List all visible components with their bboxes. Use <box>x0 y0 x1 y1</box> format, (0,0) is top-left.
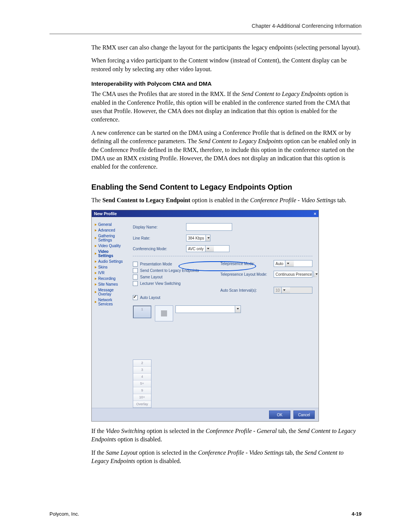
nav-label: General <box>98 222 112 227</box>
t: option is selected in the <box>145 428 206 434</box>
nav-item-video-settings[interactable]: Video Settings <box>95 249 124 259</box>
para-intro-2: When forcing a video participant to the … <box>49 56 362 73</box>
t: The <box>91 197 102 203</box>
t: option is selected in the <box>137 449 198 456</box>
t: The CMA uses the Profiles that are store… <box>91 91 242 97</box>
t: Send Content to Legacy Endpoint <box>102 197 190 203</box>
checkbox-icon <box>133 295 138 300</box>
chk-label: Presentation Mode <box>140 262 172 266</box>
chevron-right-icon <box>95 237 97 239</box>
layout-list-bottom: 2 3 4 5+ 9 10+ Overlay <box>133 359 151 408</box>
nav-item-site-names[interactable]: Site Names <box>95 281 124 287</box>
nav-item-gathering[interactable]: Gathering Settings <box>95 233 124 243</box>
chk-auto-layout[interactable]: Auto Layout <box>133 295 209 300</box>
nav-item-audio-settings[interactable]: Audio Settings <box>95 259 124 264</box>
chevron-down-icon <box>206 235 210 241</box>
select-telepresence-mode[interactable]: Auto <box>274 260 312 267</box>
left-col: Presentation Mode Send Content to Legacy… <box>133 260 209 302</box>
page: Chapter 4-Additional Conferencing Inform… <box>0 0 411 532</box>
cancel-button[interactable]: Cancel <box>293 411 315 419</box>
layout-btn-9[interactable]: 9 <box>133 387 151 394</box>
row-line-rate: Line Rate: 384 Kbps <box>133 235 312 241</box>
chevron-right-icon <box>95 252 97 255</box>
dialog-titlebar[interactable]: New Profile × <box>92 210 319 217</box>
dialog-form: Display Name: Line Rate: 384 Kbps Confer… <box>127 217 319 408</box>
checkbox-icon <box>133 275 138 280</box>
nav-item-video-quality[interactable]: Video Quality <box>95 243 124 249</box>
page-footer: Polycom, Inc. 4-19 <box>49 511 362 517</box>
nav-label: Gathering Settings <box>98 234 124 242</box>
chk-presentation-mode[interactable]: Presentation Mode <box>133 262 209 267</box>
row-telepresence-mode: Telepresence Mode: Auto <box>220 260 312 267</box>
layout-btn-3[interactable]: 3 <box>133 367 151 374</box>
para-intro-1: The RMX user can also change the layout … <box>49 43 362 52</box>
nav-item-recording[interactable]: Recording <box>95 276 124 281</box>
checkbox-icon <box>133 262 138 267</box>
row-telepresence-layout-mode: Telepresence Layout Mode: Continuous Pre… <box>220 271 312 278</box>
dialog-close-button[interactable]: × <box>314 210 316 217</box>
layout-btn-2[interactable]: 2 <box>133 360 151 367</box>
new-profile-dialog: New Profile × General Advanced Gathering… <box>91 210 319 422</box>
input-display-name[interactable] <box>186 223 232 231</box>
chevron-down-icon <box>205 246 214 252</box>
layout-btn-5plus[interactable]: 5+ <box>133 380 151 387</box>
layout-preview-select[interactable] <box>175 305 241 313</box>
nav-item-skins[interactable]: Skins <box>95 264 124 270</box>
nav-label: Video Settings <box>98 249 124 258</box>
nav-label: Video Quality <box>98 244 121 248</box>
select-value: 384 Kbps <box>186 236 206 240</box>
label-conf-mode: Conferencing Mode: <box>133 247 186 251</box>
layout-btn-1[interactable]: 1 <box>133 306 151 318</box>
nav-item-ivr[interactable]: IVR <box>95 270 124 276</box>
nav-item-advanced[interactable]: Advanced <box>95 227 124 233</box>
dialog-nav: General Advanced Gathering Settings Vide… <box>92 217 127 408</box>
t: tab. <box>336 197 346 203</box>
row-conf-mode: Conferencing Mode: AVC only <box>133 245 312 252</box>
t: tab, the <box>277 428 298 434</box>
nav-label: Message Overlay <box>98 288 124 296</box>
interop-p2: A new conference can be started on the D… <box>49 129 362 171</box>
nav-item-message-overlay[interactable]: Message Overlay <box>95 287 124 297</box>
nav-item-network-services[interactable]: Network Services <box>95 297 124 307</box>
select-value: 10 <box>274 288 281 292</box>
t: Same Layout <box>106 449 137 456</box>
layout-btn-10plus[interactable]: 10+ <box>133 394 151 401</box>
chk-send-content-legacy[interactable]: Send Content to Legacy Endpoints <box>133 268 209 273</box>
two-col: Presentation Mode Send Content to Legacy… <box>133 260 312 302</box>
chk-label: Same Layout <box>140 275 162 279</box>
select-telepresence-layout-mode[interactable]: Continuous Presence <box>274 271 312 278</box>
interop-heading: Interoperability with Polycom CMA and DM… <box>91 80 362 87</box>
layout-preview-square[interactable] <box>155 305 173 321</box>
enabling-text: The Send Content to Legacy Endpoint opti… <box>49 196 362 204</box>
chk-lecturer-view[interactable]: Lecturer View Switching <box>133 281 209 286</box>
chevron-right-icon <box>95 260 97 263</box>
label-line-rate: Line Rate: <box>133 236 186 240</box>
after-text: If the Video Switching option is selecte… <box>49 427 362 466</box>
layout-btn-overlay[interactable]: Overlay <box>133 401 151 407</box>
nav-item-general[interactable]: General <box>95 222 124 227</box>
right-col: Telepresence Mode: Auto Telepresence Lay… <box>220 260 312 302</box>
footer-left: Polycom, Inc. <box>49 511 79 517</box>
layout-btn-4[interactable]: 4 <box>133 374 151 380</box>
select-conf-mode[interactable]: AVC only <box>186 245 229 252</box>
nav-label: Network Services <box>98 298 124 306</box>
chk-same-layout[interactable]: Same Layout <box>133 275 209 280</box>
select-line-rate[interactable]: 384 Kbps <box>186 235 210 241</box>
t: Conference Profile - Video Settings <box>250 197 336 203</box>
interop-text: The CMA uses the Profiles that are store… <box>49 90 362 171</box>
layout-block: 1 2 3 4 5+ 9 10+ Overlay <box>133 305 312 408</box>
checkbox-icon <box>133 268 138 273</box>
ok-button[interactable]: OK <box>269 411 290 419</box>
chapter-header: Chapter 4-Additional Conferencing Inform… <box>49 23 362 29</box>
chevron-right-icon <box>95 278 97 280</box>
nav-label: Skins <box>98 265 107 269</box>
header-rule <box>49 34 362 34</box>
chk-label: Lecturer View Switching <box>140 281 181 286</box>
chevron-right-icon <box>95 272 97 274</box>
t: If the <box>91 449 106 456</box>
after-p2: If the Same Layout option is selected in… <box>49 449 362 466</box>
select-value: Continuous Presence <box>274 272 314 276</box>
after-p1: If the Video Switching option is selecte… <box>49 427 362 444</box>
t: Send Content to Legacy Endpoints <box>242 91 326 97</box>
dialog-footer: OK Cancel <box>92 408 319 421</box>
